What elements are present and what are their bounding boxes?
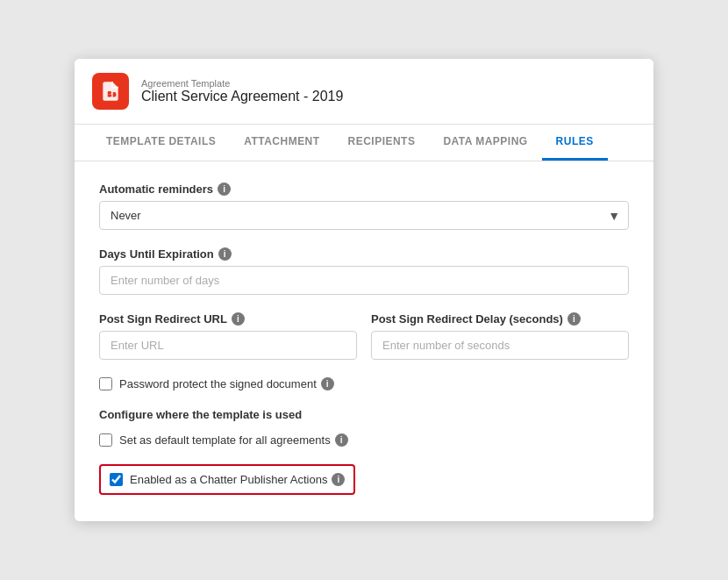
main-window: Agreement Template Client Service Agreem…	[75, 59, 653, 521]
tab-data-mapping[interactable]: DATA MAPPING	[429, 125, 541, 161]
automatic-reminders-group: Automatic reminders i Never Daily Weekly…	[99, 183, 629, 230]
post-sign-delay-group: Post Sign Redirect Delay (seconds) i	[371, 312, 629, 360]
post-sign-delay-input[interactable]	[371, 331, 629, 360]
chatter-publisher-label[interactable]: Enabled as a Chatter Publisher Actions i	[130, 473, 345, 486]
tab-template-details[interactable]: TEMPLATE DETAILS	[92, 125, 230, 161]
days-expiration-input[interactable]	[99, 266, 629, 295]
automatic-reminders-select[interactable]: Never Daily Weekly	[99, 201, 629, 230]
post-sign-url-info-icon[interactable]: i	[232, 312, 245, 326]
post-sign-row: Post Sign Redirect URL i Post Sign Redir…	[99, 312, 629, 377]
password-protect-info-icon[interactable]: i	[321, 377, 334, 390]
header-text: Agreement Template Client Service Agreem…	[141, 78, 343, 104]
automatic-reminders-label: Automatic reminders i	[99, 183, 629, 196]
post-sign-delay-info-icon[interactable]: i	[567, 312, 581, 326]
password-protect-row: Password protect the signed document i	[99, 377, 629, 390]
content-area: Automatic reminders i Never Daily Weekly…	[75, 161, 653, 521]
tab-rules[interactable]: RULES	[542, 125, 608, 161]
set-as-default-row: Set as default template for all agreemen…	[99, 433, 629, 447]
post-sign-delay-label: Post Sign Redirect Delay (seconds) i	[371, 312, 629, 326]
password-protect-checkbox[interactable]	[99, 377, 112, 390]
automatic-reminders-info-icon[interactable]: i	[218, 183, 231, 196]
password-protect-label[interactable]: Password protect the signed document i	[119, 377, 334, 390]
chatter-publisher-row: Enabled as a Chatter Publisher Actions i	[99, 464, 355, 495]
days-expiration-label: Days Until Expiration i	[99, 247, 629, 261]
post-sign-url-group: Post Sign Redirect URL i	[99, 312, 357, 360]
app-icon	[92, 73, 129, 110]
set-as-default-label[interactable]: Set as default template for all agreemen…	[119, 433, 348, 447]
set-as-default-checkbox[interactable]	[99, 433, 112, 447]
days-expiration-group: Days Until Expiration i	[99, 247, 629, 295]
header: Agreement Template Client Service Agreem…	[75, 59, 653, 125]
set-as-default-info-icon[interactable]: i	[335, 433, 348, 447]
days-expiration-info-icon[interactable]: i	[218, 247, 232, 261]
tab-recipients[interactable]: RECIPIENTS	[334, 125, 430, 161]
post-sign-url-input[interactable]	[99, 331, 357, 360]
doc-title: Client Service Agreement - 2019	[141, 89, 343, 104]
automatic-reminders-select-wrapper: Never Daily Weekly ▼	[99, 201, 629, 230]
configure-section-title: Configure where the template is used	[99, 408, 629, 421]
tab-bar: TEMPLATE DETAILS ATTACHMENT RECIPIENTS D…	[75, 125, 653, 161]
chatter-publisher-checkbox[interactable]	[110, 473, 123, 486]
chatter-publisher-info-icon[interactable]: i	[332, 473, 345, 486]
app-name: Agreement Template	[141, 78, 343, 89]
tab-attachment[interactable]: ATTACHMENT	[230, 125, 333, 161]
post-sign-url-label: Post Sign Redirect URL i	[99, 312, 357, 326]
